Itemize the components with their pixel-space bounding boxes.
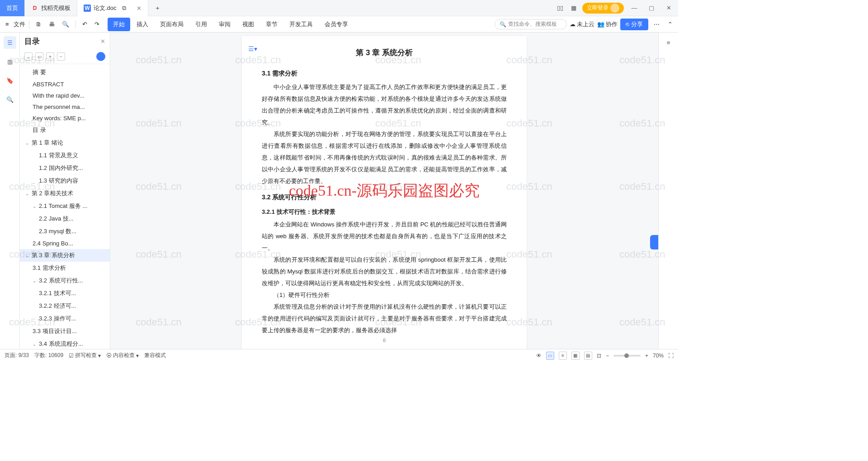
thumbnail-view-icon[interactable]: ▥ xyxy=(4,55,16,68)
outline-view-icon[interactable]: ☰ xyxy=(4,36,16,49)
outline-item[interactable]: 3.3 项目设计目... xyxy=(20,325,110,338)
outline-item[interactable]: 2.3 mysql 数... xyxy=(20,225,110,238)
outline-item[interactable]: 2.4 Spring Bo... xyxy=(20,238,110,249)
outline-item[interactable]: 2.2 Java 技... xyxy=(20,212,110,225)
outline-item[interactable]: 摘 要 xyxy=(20,66,110,79)
page-indicator[interactable]: 页面: 9/33 xyxy=(5,352,29,359)
chevron-down-icon[interactable]: ⌄ xyxy=(33,278,37,283)
eye-icon[interactable]: 👁 xyxy=(536,353,542,359)
zoom-fit-icon[interactable]: ⊡ xyxy=(597,353,601,359)
side-handle[interactable] xyxy=(650,235,658,249)
menu-start[interactable]: 开始 xyxy=(108,18,130,31)
zoom-in-icon[interactable]: + xyxy=(645,353,648,359)
compat-mode[interactable]: 兼容模式 xyxy=(144,352,166,359)
content-check[interactable]: ⦿内容检查▾ xyxy=(106,352,139,359)
outline-item[interactable]: 3.2.2 经济可... xyxy=(20,300,110,312)
chat-icon[interactable] xyxy=(96,52,105,61)
minus-icon[interactable]: − xyxy=(57,52,65,61)
close-button[interactable]: ✕ xyxy=(662,1,675,15)
layout-icon[interactable]: ▯▯ xyxy=(555,3,565,13)
outline-item[interactable]: The personnel ma... xyxy=(20,101,110,113)
outline-item[interactable]: 1.2 国内外研究... xyxy=(20,162,110,174)
search-input[interactable]: 🔍 查找命令、搜索模板 xyxy=(495,19,567,29)
view-page-icon[interactable]: ▭ xyxy=(546,352,554,360)
chevron-down-icon[interactable]: ⌄ xyxy=(33,204,37,209)
outline-item[interactable]: ⌄2.1 Tomcat 服务 ... xyxy=(20,200,110,212)
outline-item-label: The personnel ma... xyxy=(33,103,85,110)
outline-item-label: 2.4 Spring Bo... xyxy=(33,240,73,247)
apps-icon[interactable]: ▦ xyxy=(569,3,579,13)
undo-icon[interactable]: ↶ xyxy=(80,19,90,29)
outline-item[interactable]: With the rapid dev... xyxy=(20,90,110,101)
menu-ref[interactable]: 引用 xyxy=(190,18,212,31)
tab-templates[interactable]: D 找稻壳模板 xyxy=(25,0,77,16)
redo-icon[interactable]: ↷ xyxy=(92,19,102,29)
outline-item[interactable]: 1.3 研究的内容 xyxy=(20,174,110,187)
tab-home[interactable]: 首页 xyxy=(0,0,25,16)
word-count[interactable]: 字数: 10609 xyxy=(34,352,63,359)
outline-item-label: 3.4 系统流程分... xyxy=(39,340,83,348)
close-icon[interactable]: ✕ xyxy=(137,5,142,12)
view-read-icon[interactable]: ▤ xyxy=(584,352,592,360)
login-button[interactable]: 立即登录 xyxy=(582,3,624,14)
outline-item[interactable]: ⌄第 3 章 系统分析 xyxy=(20,249,110,262)
page-tools-icon[interactable]: ☰▾ xyxy=(248,42,257,55)
outline-item[interactable]: ⌄第 2 章相关技术 xyxy=(20,187,110,200)
menu-view[interactable]: 视图 xyxy=(237,18,259,31)
outline-item-label: 1.1 背景及意义 xyxy=(39,151,78,160)
bookmark-icon[interactable]: 🔖 xyxy=(4,74,16,87)
zoom-value[interactable]: 70% xyxy=(653,353,664,359)
view-outline-icon[interactable]: ≡ xyxy=(559,352,567,360)
document-area[interactable]: ☰▾ 第 3 章 系统分析 3.1 需求分析 中小企业人事管理系统主要是为了提高… xyxy=(110,33,658,349)
outline-item[interactable]: 3.1 需求分析 xyxy=(20,262,110,274)
minimize-button[interactable]: — xyxy=(627,1,641,15)
section-heading: 3.1 需求分析 xyxy=(262,67,507,80)
outline-item[interactable]: ABSTRACT xyxy=(20,79,110,90)
menu-insert[interactable]: 插入 xyxy=(131,18,154,31)
fullscreen-icon[interactable]: ⛶ xyxy=(668,353,674,359)
view-web-icon[interactable]: ▦ xyxy=(571,352,580,360)
hamburger-icon[interactable]: ≡ xyxy=(3,19,12,29)
menu-layout[interactable]: 页面布局 xyxy=(155,18,189,31)
print-icon[interactable]: 🖶 xyxy=(46,19,57,29)
collapse-ribbon-icon[interactable]: ⌃ xyxy=(665,19,675,29)
chevron-down-icon[interactable]: ⌄ xyxy=(25,191,30,196)
chevron-down-icon[interactable]: ⌄ xyxy=(25,141,30,146)
outline-item[interactable]: 3.2.3 操作可... xyxy=(20,312,110,325)
outline-item[interactable]: 3.2.1 技术可... xyxy=(20,287,110,300)
collapse-all-icon[interactable]: ⌄ xyxy=(24,52,33,61)
more-icon[interactable]: ⋯ xyxy=(651,19,662,29)
coop-button[interactable]: 👥协作 xyxy=(597,20,618,28)
plus-icon[interactable]: + xyxy=(46,52,54,61)
find-icon[interactable]: 🔍 xyxy=(4,93,16,106)
outline-item[interactable]: 目 录 xyxy=(20,124,110,136)
tab-document[interactable]: W 论文.doc ⧉ ✕ xyxy=(77,0,148,16)
level-icon[interactable]: ▭ xyxy=(35,52,43,61)
outline-item[interactable]: ⌄3.4 系统流程分... xyxy=(20,338,110,349)
outline-item-label: 3.2.3 操作可... xyxy=(39,315,76,323)
menu-chapter[interactable]: 章节 xyxy=(260,18,283,31)
maximize-button[interactable]: ▢ xyxy=(645,1,658,15)
cloud-status[interactable]: ☁未上云 xyxy=(570,20,594,28)
close-panel-icon[interactable]: ✕ xyxy=(100,38,105,45)
spell-check[interactable]: ☑拼写检查▾ xyxy=(69,352,101,359)
menu-review[interactable]: 审阅 xyxy=(213,18,236,31)
outline-item[interactable]: Key words: SME p... xyxy=(20,113,110,124)
share-button[interactable]: ⎋分享 xyxy=(620,19,648,30)
panel-toggle-icon[interactable]: ≡ xyxy=(662,36,675,49)
menu-member[interactable]: 会员专享 xyxy=(319,18,354,31)
file-menu[interactable]: 文件 xyxy=(14,20,25,28)
chevron-down-icon[interactable]: ⌄ xyxy=(25,253,30,258)
tab-menu-icon[interactable]: ⧉ xyxy=(119,3,129,13)
save-icon[interactable]: 🗎 xyxy=(33,19,44,29)
outline-item[interactable]: 1.1 背景及意义 xyxy=(20,149,110,162)
menu-dev[interactable]: 开发工具 xyxy=(284,18,318,31)
zoom-slider[interactable] xyxy=(613,355,641,357)
preview-icon[interactable]: 🔍 xyxy=(59,19,72,29)
outline-item[interactable]: ⌄3.2 系统可行性... xyxy=(20,274,110,287)
tab-add[interactable]: ＋ xyxy=(148,0,167,16)
zoom-out-icon[interactable]: − xyxy=(606,353,609,359)
outline-item-label: With the rapid dev... xyxy=(33,92,85,99)
outline-item[interactable]: ⌄第 1 章 绪论 xyxy=(20,136,110,149)
chevron-down-icon[interactable]: ⌄ xyxy=(33,342,37,347)
